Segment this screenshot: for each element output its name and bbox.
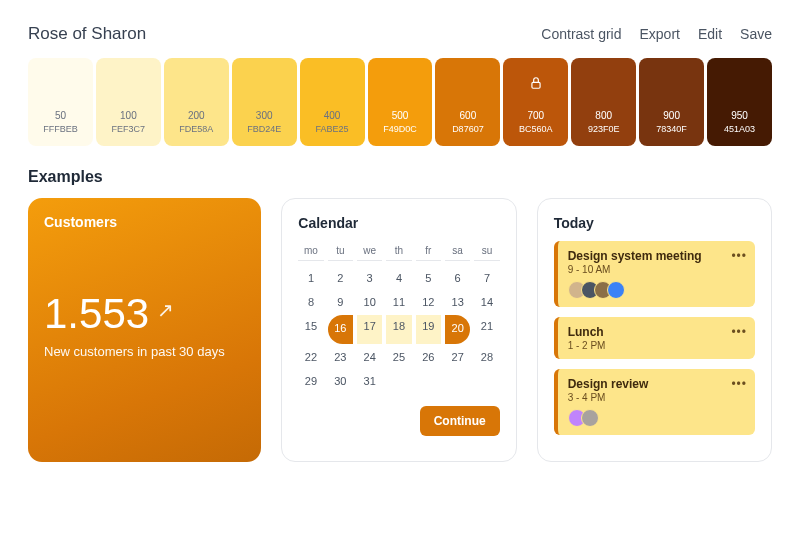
calendar-day[interactable]: 14 xyxy=(474,291,499,313)
swatch-hex: 78340F xyxy=(656,123,687,136)
header: Rose of Sharon Contrast gridExportEditSa… xyxy=(28,24,772,44)
calendar-day[interactable]: 30 xyxy=(328,370,353,392)
swatch-950[interactable]: 950451A03 xyxy=(707,58,772,146)
calendar-day[interactable]: 28 xyxy=(474,346,499,368)
swatch-shade: 500 xyxy=(392,109,409,123)
customers-number: 1.553 xyxy=(44,290,149,338)
calendar-card: Calendar motuwethfrsasu12345678910111213… xyxy=(281,198,516,462)
swatch-hex: FDE58A xyxy=(179,123,213,136)
avatar-stack xyxy=(568,281,745,299)
calendar-day[interactable]: 27 xyxy=(445,346,470,368)
action-export[interactable]: Export xyxy=(639,26,679,42)
swatch-hex: 923F0E xyxy=(588,123,620,136)
calendar-day[interactable]: 8 xyxy=(298,291,323,313)
calendar-dow: th xyxy=(386,241,411,261)
calendar-day[interactable]: 10 xyxy=(357,291,382,313)
calendar-day[interactable]: 17 xyxy=(357,315,382,344)
action-save[interactable]: Save xyxy=(740,26,772,42)
swatch-shade: 400 xyxy=(324,109,341,123)
calendar-day[interactable]: 3 xyxy=(357,267,382,289)
calendar-dow: sa xyxy=(445,241,470,261)
svg-rect-0 xyxy=(532,82,540,88)
swatch-800[interactable]: 800923F0E xyxy=(571,58,636,146)
swatch-300[interactable]: 300FBD24E xyxy=(232,58,297,146)
palette-title: Rose of Sharon xyxy=(28,24,146,44)
calendar-day[interactable]: 29 xyxy=(298,370,323,392)
swatch-900[interactable]: 90078340F xyxy=(639,58,704,146)
action-contrast-grid[interactable]: Contrast grid xyxy=(541,26,621,42)
more-icon[interactable]: ••• xyxy=(731,249,747,263)
customers-value: 1.553 ↗ xyxy=(44,290,245,338)
customers-card: Customers 1.553 ↗ New customers in past … xyxy=(28,198,261,462)
action-edit[interactable]: Edit xyxy=(698,26,722,42)
calendar-day[interactable]: 15 xyxy=(298,315,323,344)
calendar-day[interactable]: 7 xyxy=(474,267,499,289)
calendar-day[interactable]: 9 xyxy=(328,291,353,313)
event-title: Design review xyxy=(568,377,745,391)
calendar-day[interactable]: 18 xyxy=(386,315,411,344)
event-time: 9 - 10 AM xyxy=(568,264,745,275)
event-item[interactable]: Design system meeting9 - 10 AM••• xyxy=(554,241,755,307)
calendar-day[interactable]: 21 xyxy=(474,315,499,344)
swatch-hex: FBD24E xyxy=(247,123,281,136)
calendar-grid: motuwethfrsasu12345678910111213141516171… xyxy=(298,241,499,392)
calendar-day[interactable]: 31 xyxy=(357,370,382,392)
swatch-shade: 950 xyxy=(731,109,748,123)
swatch-shade: 200 xyxy=(188,109,205,123)
swatch-50[interactable]: 50FFFBEB xyxy=(28,58,93,146)
calendar-day[interactable]: 23 xyxy=(328,346,353,368)
today-card: Today Design system meeting9 - 10 AM•••L… xyxy=(537,198,772,462)
swatch-hex: FFFBEB xyxy=(43,123,78,136)
swatch-500[interactable]: 500F49D0C xyxy=(368,58,433,146)
calendar-dow: tu xyxy=(328,241,353,261)
swatch-hex: FABE25 xyxy=(316,123,349,136)
calendar-day[interactable]: 12 xyxy=(416,291,441,313)
avatar-stack xyxy=(568,409,745,427)
swatch-400[interactable]: 400FABE25 xyxy=(300,58,365,146)
swatch-shade: 700 xyxy=(527,109,544,123)
lock-icon xyxy=(529,76,543,94)
continue-button[interactable]: Continue xyxy=(420,406,500,436)
calendar-day[interactable]: 26 xyxy=(416,346,441,368)
calendar-day[interactable]: 19 xyxy=(416,315,441,344)
event-time: 3 - 4 PM xyxy=(568,392,745,403)
calendar-day[interactable]: 16 xyxy=(328,315,353,344)
swatch-600[interactable]: 600D87607 xyxy=(435,58,500,146)
calendar-day[interactable]: 6 xyxy=(445,267,470,289)
calendar-title: Calendar xyxy=(298,215,499,231)
customers-caption: New customers in past 30 days xyxy=(44,344,245,359)
calendar-day[interactable]: 25 xyxy=(386,346,411,368)
swatch-hex: 451A03 xyxy=(724,123,755,136)
calendar-day[interactable]: 22 xyxy=(298,346,323,368)
event-list: Design system meeting9 - 10 AM•••Lunch1 … xyxy=(554,241,755,435)
event-item[interactable]: Lunch1 - 2 PM••• xyxy=(554,317,755,359)
customers-title: Customers xyxy=(44,214,245,230)
calendar-day[interactable]: 24 xyxy=(357,346,382,368)
swatch-shade: 50 xyxy=(55,109,66,123)
calendar-dow: we xyxy=(357,241,382,261)
calendar-day[interactable]: 20 xyxy=(445,315,470,344)
header-actions: Contrast gridExportEditSave xyxy=(541,26,772,42)
more-icon[interactable]: ••• xyxy=(731,377,747,391)
more-icon[interactable]: ••• xyxy=(731,325,747,339)
calendar-day[interactable]: 13 xyxy=(445,291,470,313)
swatch-200[interactable]: 200FDE58A xyxy=(164,58,229,146)
swatch-hex: BC560A xyxy=(519,123,553,136)
calendar-day[interactable]: 4 xyxy=(386,267,411,289)
calendar-day[interactable]: 11 xyxy=(386,291,411,313)
swatch-700[interactable]: 700BC560A xyxy=(503,58,568,146)
swatch-hex: FEF3C7 xyxy=(112,123,146,136)
event-item[interactable]: Design review3 - 4 PM••• xyxy=(554,369,755,435)
calendar-day[interactable]: 5 xyxy=(416,267,441,289)
swatch-100[interactable]: 100FEF3C7 xyxy=(96,58,161,146)
swatch-shade: 800 xyxy=(595,109,612,123)
calendar-day[interactable]: 1 xyxy=(298,267,323,289)
swatch-shade: 300 xyxy=(256,109,273,123)
swatch-shade: 100 xyxy=(120,109,137,123)
calendar-day[interactable]: 2 xyxy=(328,267,353,289)
swatch-hex: D87607 xyxy=(452,123,484,136)
swatch-row: 50FFFBEB100FEF3C7200FDE58A300FBD24E400FA… xyxy=(28,58,772,146)
calendar-dow: su xyxy=(474,241,499,261)
event-title: Design system meeting xyxy=(568,249,745,263)
calendar-dow: fr xyxy=(416,241,441,261)
